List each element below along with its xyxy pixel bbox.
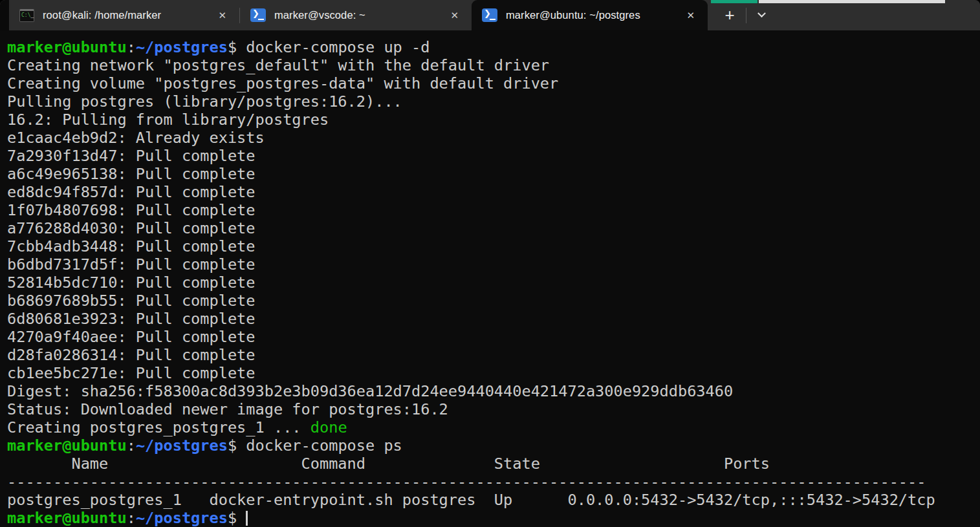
- terminal-window: C:\_ root@kali: /home/marker ✕ ❯ marker@…: [0, 0, 980, 527]
- powershell-arrow-glyph: ❯: [484, 8, 491, 18]
- terminal-line: Pulling postgres (library/postgres:16.2)…: [7, 92, 980, 111]
- terminal-line: 7cbb4adb3448: Pull complete: [7, 237, 980, 255]
- tab-marker-ubuntu-active[interactable]: ❯ marker@ubuntu: ~/postgres ✕: [472, 0, 708, 30]
- terminal-line: Digest: sha256:f58300ac8d393b2e3b09d36ea…: [7, 382, 980, 400]
- tab-title: marker@ubuntu: ~/postgres: [506, 9, 682, 21]
- powershell-icon: ❯: [250, 8, 266, 22]
- terminal-line: 7a2930f13d47: Pull complete: [7, 147, 980, 165]
- tab-dropdown-button[interactable]: [752, 4, 771, 27]
- tab-close-icon[interactable]: ✕: [446, 8, 463, 23]
- tabbar-button-divider: [746, 8, 746, 23]
- terminal-line: marker@ubuntu:~/postgres$: [7, 509, 980, 527]
- accent-strip-light: [759, 0, 945, 3]
- cmd-icon-cursor-text: _: [30, 12, 34, 18]
- powershell-icon: ❯: [482, 8, 497, 22]
- terminal-line: Creating volume "postgres_postgres-data"…: [7, 74, 980, 92]
- powershell-underscore-glyph: [258, 19, 264, 21]
- tabbar-right-zone: +: [708, 0, 980, 30]
- tab-title: root@kali: /home/marker: [43, 9, 214, 21]
- terminal-line: 4270a9f40aee: Pull complete: [7, 328, 980, 346]
- tabbar-left-gap: [0, 0, 9, 30]
- terminal-line: b6dbd7317d5f: Pull complete: [7, 255, 980, 274]
- powershell-underscore-glyph: [490, 19, 495, 21]
- terminal-line: ed8dc94f857d: Pull complete: [7, 183, 980, 201]
- tab-bar: C:\_ root@kali: /home/marker ✕ ❯ marker@…: [0, 0, 980, 30]
- cmd-icon-prompt-text: C:\: [21, 12, 30, 18]
- terminal-line: Creating postgres_postgres_1 ... done: [7, 418, 980, 436]
- tab-marker-vscode[interactable]: ❯ marker@vscode: ~ ✕: [240, 0, 472, 30]
- tab-root-kali[interactable]: C:\_ root@kali: /home/marker ✕: [9, 0, 239, 30]
- terminal-line: d28fa0286314: Pull complete: [7, 346, 980, 364]
- powershell-arrow-glyph: ❯: [252, 8, 259, 18]
- text-cursor: [246, 511, 248, 526]
- terminal-line: Creating network "postgres_default" with…: [7, 56, 980, 74]
- terminal-line: b68697689b55: Pull complete: [7, 292, 980, 310]
- terminal-line: Name Command State Ports: [7, 455, 980, 473]
- chevron-down-icon: [757, 9, 766, 17]
- terminal-line: ----------------------------------------…: [7, 473, 980, 491]
- terminal-line: 6d80681e3923: Pull complete: [7, 310, 980, 328]
- tab-close-icon[interactable]: ✕: [214, 8, 230, 23]
- terminal-line: postgres_postgres_1 docker-entrypoint.sh…: [7, 491, 980, 509]
- tab-close-icon[interactable]: ✕: [682, 8, 699, 23]
- accent-strip-green: [711, 0, 757, 3]
- tab-title: marker@vscode: ~: [274, 9, 446, 21]
- terminal-line: Status: Downloaded newer image for postg…: [7, 400, 980, 418]
- cmd-terminal-icon: C:\_: [19, 9, 34, 22]
- terminal-line: marker@ubuntu:~/postgres$ docker-compose…: [7, 436, 980, 455]
- terminal-line: cb1ee5bc271e: Pull complete: [7, 364, 980, 382]
- terminal-line: 1f07b4807698: Pull complete: [7, 201, 980, 219]
- terminal-line: marker@ubuntu:~/postgres$ docker-compose…: [7, 38, 980, 56]
- terminal-line: e1caac4eb9d2: Already exists: [7, 129, 980, 147]
- terminal-viewport[interactable]: marker@ubuntu:~/postgres$ docker-compose…: [0, 30, 980, 527]
- terminal-line: 16.2: Pulling from library/postgres: [7, 111, 980, 129]
- new-tab-button[interactable]: +: [715, 4, 745, 27]
- terminal-line: a776288d4030: Pull complete: [7, 219, 980, 237]
- terminal-line: 52814b5dc710: Pull complete: [7, 274, 980, 292]
- terminal-line: a6c49e965138: Pull complete: [7, 165, 980, 183]
